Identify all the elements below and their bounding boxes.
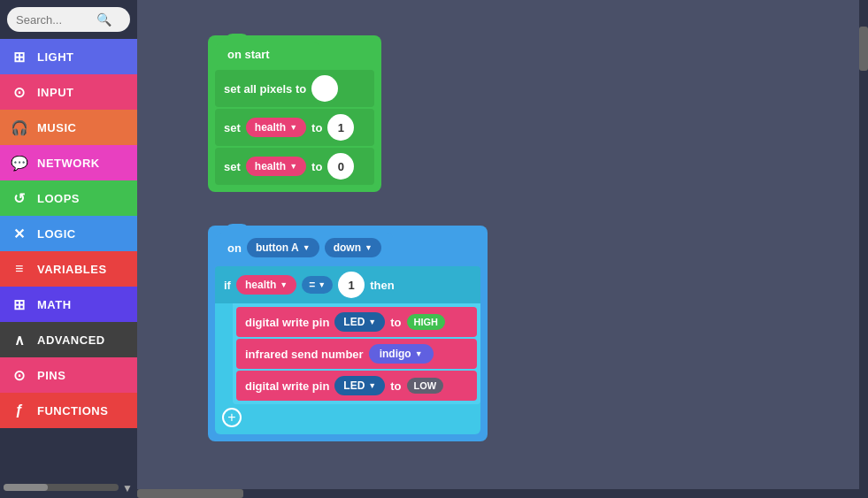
infrared-label: infrared send number bbox=[245, 348, 364, 361]
health-var-1: health bbox=[255, 121, 286, 134]
if-label: if bbox=[224, 279, 231, 292]
event-dropdown[interactable]: down ▼ bbox=[325, 238, 381, 257]
event-label: down bbox=[334, 241, 361, 254]
to-label-a3: to bbox=[390, 379, 401, 393]
sidebar-item-network[interactable]: 💬 NETWORK bbox=[0, 145, 137, 180]
indigo-val: indigo bbox=[380, 348, 411, 360]
sidebar-item-advanced[interactable]: ∧ ADVANCED bbox=[0, 322, 137, 357]
if-condition-row: if health ▼ = ▼ 1 then bbox=[215, 266, 480, 303]
sidebar: 🔍 ⊞ LIGHT ⊙ INPUT 🎧 MUSIC 💬 NETWORK ↺ LO… bbox=[0, 0, 137, 498]
health-var-2: health bbox=[255, 160, 286, 172]
sidebar-item-loops[interactable]: ↺ LOOPS bbox=[0, 180, 137, 216]
sidebar-item-variables[interactable]: ≡ VARIABLES bbox=[0, 251, 137, 287]
health-dropdown-2[interactable]: health ▼ bbox=[246, 157, 306, 176]
advanced-icon: ∧ bbox=[11, 331, 28, 349]
sidebar-item-label: PINS bbox=[37, 369, 65, 382]
c-block-inner: digital write pin LED ▼ to HIGH infrared… bbox=[233, 303, 480, 404]
if-c-block: if health ▼ = ▼ 1 then bbox=[215, 266, 480, 434]
button-dropdown-arrow: ▼ bbox=[303, 243, 311, 252]
sidebar-item-label: MUSIC bbox=[37, 121, 76, 134]
h-scrollbar[interactable] bbox=[137, 489, 859, 498]
variables-icon: ≡ bbox=[11, 260, 28, 278]
sidebar-item-music[interactable]: 🎧 MUSIC bbox=[0, 110, 137, 145]
digital-write-high-block[interactable]: digital write pin LED ▼ to HIGH bbox=[236, 307, 477, 337]
if-dropdown-arrow: ▼ bbox=[280, 280, 288, 289]
sidebar-item-label: MATH bbox=[37, 298, 72, 311]
hat-on-start[interactable]: on start bbox=[215, 42, 321, 66]
v-scrollbar-thumb[interactable] bbox=[859, 27, 868, 71]
sidebar-item-math[interactable]: ⊞ MATH bbox=[0, 287, 137, 322]
to-label-2: to bbox=[311, 160, 322, 173]
if-health-var: health bbox=[245, 279, 276, 291]
then-label: then bbox=[370, 279, 394, 292]
led-pin-2: LED bbox=[343, 379, 365, 392]
if-val[interactable]: 1 bbox=[338, 272, 365, 298]
val-1[interactable]: 1 bbox=[327, 114, 354, 141]
led-dropdown-arrow-1: ▼ bbox=[368, 318, 376, 326]
h-scrollbar-thumb[interactable] bbox=[137, 489, 243, 498]
v-scrollbar[interactable] bbox=[859, 0, 868, 498]
functions-icon: ƒ bbox=[11, 402, 28, 419]
logic-icon: ✕ bbox=[11, 225, 28, 242]
high-badge[interactable]: HIGH bbox=[407, 314, 446, 330]
sidebar-item-label: LOOPS bbox=[37, 192, 80, 205]
indigo-dropdown[interactable]: indigo ▼ bbox=[369, 344, 434, 364]
health-dropdown-1[interactable]: health ▼ bbox=[246, 118, 306, 137]
low-badge[interactable]: LOW bbox=[407, 378, 444, 394]
pixel-color-value[interactable] bbox=[311, 75, 338, 102]
dropdown-arrow-1: ▼ bbox=[289, 123, 297, 132]
equals-dropdown-arrow: ▼ bbox=[318, 280, 326, 289]
led-dropdown-1[interactable]: LED ▼ bbox=[334, 312, 385, 332]
sidebar-item-light[interactable]: ⊞ LIGHT bbox=[0, 39, 137, 74]
digital-write-low-block[interactable]: digital write pin LED ▼ to LOW bbox=[236, 371, 477, 401]
button-dropdown[interactable]: button A ▼ bbox=[247, 238, 319, 257]
sidebar-item-logic[interactable]: ✕ LOGIC bbox=[0, 216, 137, 251]
search-bar[interactable]: 🔍 bbox=[7, 7, 130, 32]
set-pixels-block[interactable]: set all pixels to bbox=[215, 70, 374, 107]
music-icon: 🎧 bbox=[11, 119, 28, 136]
if-health-dropdown[interactable]: health ▼ bbox=[236, 275, 296, 295]
infrared-send-block[interactable]: infrared send number indigo ▼ bbox=[236, 339, 477, 369]
set-label-2: set bbox=[224, 160, 241, 173]
search-input[interactable] bbox=[16, 13, 91, 27]
add-block-button[interactable]: + bbox=[222, 408, 242, 427]
to-label-a1: to bbox=[390, 316, 401, 329]
on-button-block: on button A ▼ down ▼ if he bbox=[208, 226, 488, 441]
light-icon: ⊞ bbox=[11, 48, 28, 65]
digital-write-label-1: digital write pin bbox=[245, 316, 329, 329]
set-pixels-label: set all pixels to bbox=[224, 82, 306, 96]
set-label-1: set bbox=[224, 121, 241, 134]
set-health-0-block[interactable]: set health ▼ to 0 bbox=[215, 148, 374, 185]
sidebar-item-label: LIGHT bbox=[37, 50, 74, 64]
event-dropdown-arrow: ▼ bbox=[365, 243, 373, 252]
loops-icon: ↺ bbox=[11, 189, 28, 207]
sidebar-item-label: LOGIC bbox=[37, 227, 76, 241]
sidebar-item-pins[interactable]: ⊙ PINS bbox=[0, 357, 137, 393]
canvas: on start set all pixels to set health ▼ … bbox=[137, 0, 868, 498]
sidebar-item-label: NETWORK bbox=[37, 157, 100, 170]
led-dropdown-2[interactable]: LED ▼ bbox=[334, 376, 385, 395]
dropdown-arrow-2: ▼ bbox=[289, 162, 297, 171]
sidebar-item-functions[interactable]: ƒ FUNCTIONS bbox=[0, 393, 137, 428]
hat-label: on start bbox=[227, 48, 270, 61]
sidebar-scroll-down[interactable]: ▼ bbox=[122, 482, 133, 494]
val-2[interactable]: 0 bbox=[327, 153, 354, 180]
to-label-1: to bbox=[311, 121, 322, 134]
on-label: on bbox=[227, 241, 242, 255]
equals-dropdown[interactable]: = ▼ bbox=[302, 276, 333, 294]
sidebar-item-label: ADVANCED bbox=[37, 333, 105, 347]
led-dropdown-arrow-2: ▼ bbox=[368, 381, 376, 390]
digital-write-label-2: digital write pin bbox=[245, 379, 329, 393]
hat-on-button[interactable]: on button A ▼ down ▼ bbox=[215, 233, 394, 263]
search-icon: 🔍 bbox=[96, 12, 111, 27]
sidebar-item-input[interactable]: ⊙ INPUT bbox=[0, 74, 137, 110]
indigo-dropdown-arrow: ▼ bbox=[415, 349, 423, 358]
on-button-frame: on button A ▼ down ▼ if he bbox=[208, 226, 488, 441]
math-icon: ⊞ bbox=[11, 295, 28, 313]
on-start-frame: on start set all pixels to set health ▼ … bbox=[208, 35, 381, 192]
sidebar-item-label: VARIABLES bbox=[37, 263, 107, 276]
set-health-1-block[interactable]: set health ▼ to 1 bbox=[215, 109, 374, 146]
equals-label: = bbox=[309, 279, 315, 291]
network-icon: 💬 bbox=[11, 154, 28, 172]
button-label: button A bbox=[256, 241, 299, 254]
